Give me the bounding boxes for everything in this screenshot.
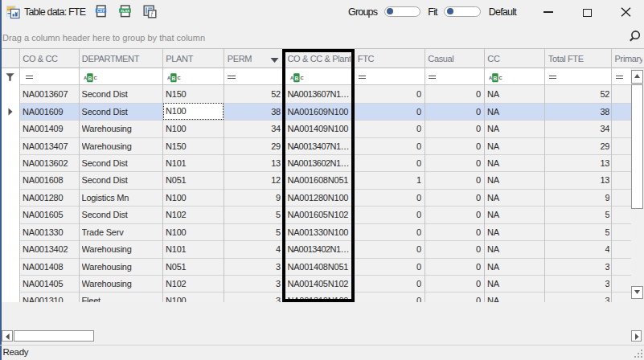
svg-text:XLSX: XLSX bbox=[121, 9, 129, 13]
svg-text:C: C bbox=[177, 76, 181, 80]
svg-text:B: B bbox=[172, 75, 176, 80]
svg-text:ƒ: ƒ bbox=[150, 10, 154, 18]
svg-text:C: C bbox=[93, 76, 97, 80]
svg-text:CSV: CSV bbox=[97, 9, 105, 13]
svg-text:B: B bbox=[88, 75, 92, 80]
svg-text:C: C bbox=[498, 76, 502, 80]
svg-text:B: B bbox=[493, 75, 497, 80]
